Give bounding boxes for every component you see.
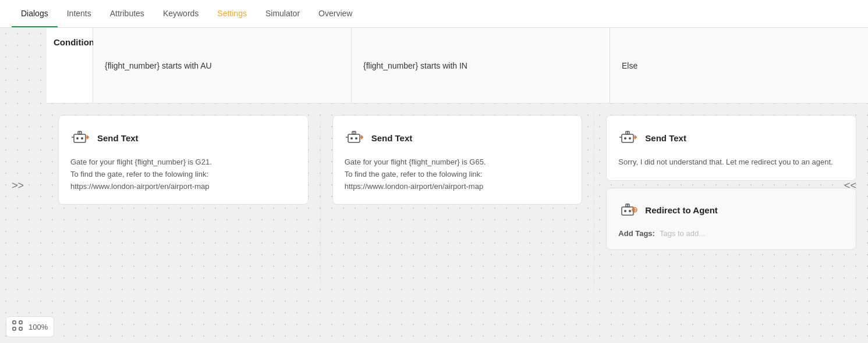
card-column-2: Send Text Sorry, I did not understand th…	[594, 115, 868, 290]
tab-simulator[interactable]: Simulator	[256, 1, 309, 27]
tags-row: Add Tags: Tags to add...	[618, 229, 844, 238]
conditions-header-label: Conditions	[47, 28, 93, 103]
card-title-0: Send Text	[97, 133, 139, 143]
svg-rect-31	[13, 327, 16, 330]
send-text-card-0[interactable]: Send Text Gate for your flight {flight_n…	[58, 115, 309, 205]
svg-point-24	[629, 210, 631, 212]
redirect-header: Redirect to Agent	[618, 200, 844, 221]
send-text-card-2[interactable]: Send Text Sorry, I did not understand th…	[606, 115, 856, 181]
robot-icon-0	[70, 127, 91, 148]
card-title-2: Send Text	[645, 133, 686, 143]
robot-icon-2	[618, 127, 639, 148]
card-body-1: Gate for your flight {flight_number} is …	[345, 156, 571, 192]
condition-column-1[interactable]: {flight_number} starts with IN	[352, 28, 610, 103]
top-navigation: Dialogs Intents Attributes Keywords Sett…	[0, 0, 868, 28]
condition-column-2[interactable]: Else	[610, 28, 868, 103]
svg-point-23	[624, 210, 626, 212]
svg-rect-14	[622, 134, 633, 142]
card-body-0: Gate for your flight {flight_number} is …	[70, 156, 296, 192]
svg-rect-32	[19, 327, 22, 330]
tab-intents[interactable]: Intents	[58, 1, 101, 27]
svg-rect-21	[622, 207, 633, 215]
tab-settings[interactable]: Settings	[208, 1, 256, 27]
conditions-bar: Conditions {flight_number} starts with A…	[47, 28, 868, 103]
card-column-1: Send Text Gate for your flight {flight_n…	[321, 115, 595, 290]
svg-rect-29	[13, 321, 16, 324]
tags-placeholder: Tags to add...	[660, 229, 705, 238]
svg-point-10	[355, 137, 357, 140]
svg-rect-7	[348, 134, 360, 142]
card-title-1: Send Text	[371, 133, 413, 143]
svg-point-17	[629, 137, 631, 140]
svg-rect-0	[74, 134, 86, 142]
svg-point-9	[350, 137, 353, 140]
cards-row: Send Text Gate for your flight {flight_n…	[47, 103, 868, 301]
expand-left-button[interactable]: >>	[12, 180, 24, 192]
tab-overview[interactable]: Overview	[309, 1, 362, 27]
redirect-robot-icon	[618, 200, 639, 221]
canvas-area: >> << Conditions {flight_number} starts …	[0, 28, 868, 343]
card-header-0: Send Text	[70, 127, 296, 148]
tab-attributes[interactable]: Attributes	[101, 1, 154, 27]
svg-point-16	[624, 137, 626, 140]
tab-keywords[interactable]: Keywords	[154, 1, 208, 27]
bottom-toolbar: 100%	[6, 316, 54, 337]
zoom-level: 100%	[29, 323, 48, 331]
card-column-0: Send Text Gate for your flight {flight_n…	[47, 115, 321, 290]
svg-point-3	[81, 137, 83, 140]
card-header-2: Send Text	[618, 127, 844, 148]
send-text-card-1[interactable]: Send Text Gate for your flight {flight_n…	[332, 115, 583, 205]
conditions-columns: {flight_number} starts with AU {flight_n…	[93, 28, 868, 103]
svg-point-2	[76, 137, 79, 140]
expand-right-button[interactable]: <<	[844, 180, 856, 192]
redirect-title: Redirect to Agent	[645, 205, 717, 215]
card-body-2: Sorry, I did not understand that. Let me…	[618, 156, 844, 169]
condition-column-0[interactable]: {flight_number} starts with AU	[93, 28, 352, 103]
svg-rect-30	[19, 321, 22, 324]
redirect-card[interactable]: Redirect to Agent Add Tags: Tags to add.…	[606, 188, 856, 250]
tab-dialogs[interactable]: Dialogs	[12, 1, 58, 27]
robot-icon-1	[345, 127, 366, 148]
tags-label: Add Tags:	[618, 229, 655, 238]
card-header-1: Send Text	[345, 127, 571, 148]
focus-button[interactable]	[12, 320, 23, 333]
